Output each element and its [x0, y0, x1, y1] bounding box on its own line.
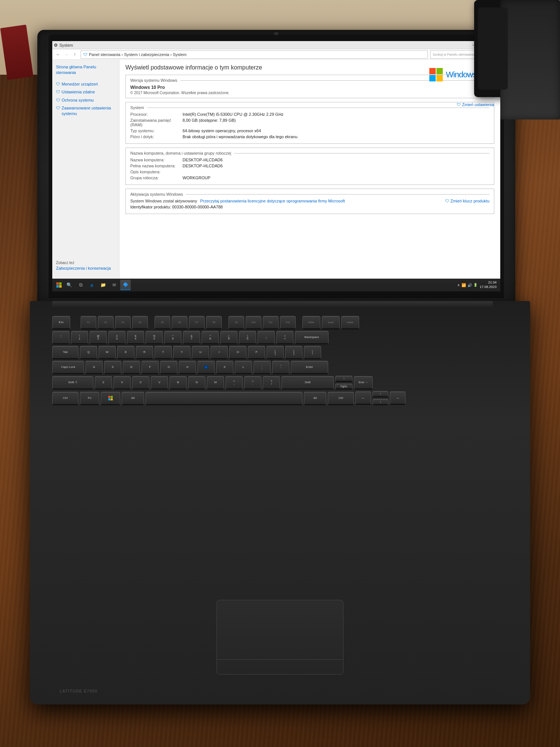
key-f5[interactable]: F5	[155, 316, 170, 329]
key-ctrl-right[interactable]: Ctrl	[328, 392, 354, 405]
sidebar-security-link[interactable]: Zabezpieczenia i konserwacja	[56, 266, 111, 271]
key-alt-left[interactable]: Alt	[122, 392, 144, 405]
key-comma[interactable]: < ,	[225, 376, 243, 390]
key-equals[interactable]: + =	[276, 331, 293, 344]
change-settings-link[interactable]: 🛡 Zmień ustawienia	[457, 102, 494, 107]
start-button[interactable]	[54, 280, 64, 290]
key-enter[interactable]: Enter	[291, 361, 328, 374]
trackpoint[interactable]	[204, 365, 208, 369]
sidebar-item-device-manager[interactable]: 🛡 Menedżer urządzeń	[52, 80, 119, 88]
key-tilde[interactable]: ~ `	[52, 331, 69, 344]
key-0[interactable]: ) 0	[239, 331, 256, 344]
key-i[interactable]: I	[211, 346, 228, 359]
key-x[interactable]: X	[113, 376, 131, 390]
taskbar-app-explorer[interactable]: 📁	[98, 280, 108, 290]
key-backspace[interactable]: Backspace	[295, 331, 329, 344]
key-backslash[interactable]: | \	[304, 346, 321, 359]
up-button[interactable]: ↑	[71, 51, 78, 58]
key-t[interactable]: T	[155, 346, 172, 359]
key-f11[interactable]: F11	[263, 316, 279, 329]
key-f10[interactable]: F10	[246, 316, 261, 329]
key-f2[interactable]: F2	[98, 316, 113, 329]
key-f8[interactable]: F8	[206, 316, 222, 329]
key-e[interactable]: E	[117, 346, 134, 359]
network-icon[interactable]: 📶	[461, 283, 466, 287]
key-shift-right[interactable]: Shift	[281, 376, 334, 390]
key-f9[interactable]: F9	[228, 316, 244, 329]
key-n[interactable]: N	[188, 376, 205, 390]
key-caps-lock[interactable]: Caps Lock	[52, 361, 84, 374]
key-quote[interactable]: " '	[272, 361, 289, 374]
key-2[interactable]: @ 2	[90, 331, 107, 344]
key-3[interactable]: # 3	[108, 331, 125, 344]
key-period[interactable]: > .	[244, 376, 261, 390]
key-1[interactable]: ! 1	[71, 331, 88, 344]
key-d[interactable]: D	[123, 361, 140, 374]
change-key-link[interactable]: 🛡 Zmień klucz produktu	[445, 199, 489, 203]
key-j[interactable]: J	[197, 361, 215, 374]
taskbar-app-edge[interactable]: e	[87, 280, 97, 290]
key-l[interactable]: L	[235, 361, 252, 374]
key-f1[interactable]: F1	[81, 316, 96, 329]
key-slash[interactable]: ? /	[263, 376, 280, 390]
key-b[interactable]: B	[169, 376, 187, 390]
key-end[interactable]: End →	[354, 376, 373, 390]
key-f[interactable]: F	[141, 361, 159, 374]
key-prtscr[interactable]: PrtScr	[302, 316, 320, 329]
key-5[interactable]: % 5	[146, 331, 163, 344]
license-link[interactable]: Przeczytaj postanowienia licencyjne doty…	[200, 199, 345, 203]
key-m[interactable]: M	[207, 376, 224, 390]
taskbar-app-controlpanel[interactable]: 🔷	[120, 280, 131, 290]
key-delete[interactable]: Delete	[341, 316, 359, 329]
trackpad-right-button[interactable]	[280, 659, 343, 674]
trackpad[interactable]	[217, 600, 343, 675]
key-p[interactable]: P	[248, 346, 265, 359]
key-insert[interactable]: Insert	[322, 316, 340, 329]
key-space[interactable]	[146, 392, 302, 405]
key-h[interactable]: H	[179, 361, 196, 374]
key-a[interactable]: A	[85, 361, 103, 374]
taskbar-app-task-view[interactable]: ⧉	[75, 280, 86, 290]
chevron-up-icon[interactable]: ∧	[457, 283, 460, 287]
key-arrow-left[interactable]: ←	[355, 391, 371, 405]
key-lbracket[interactable]: { [	[267, 346, 284, 359]
key-f4[interactable]: F4	[132, 316, 148, 329]
key-8[interactable]: * 8	[202, 331, 219, 344]
key-arrow-right[interactable]: →	[390, 391, 405, 405]
key-rbracket[interactable]: } ]	[285, 346, 302, 359]
key-shift-left[interactable]: Shift ⇧	[52, 376, 93, 390]
key-k[interactable]: K	[216, 361, 233, 374]
key-c[interactable]: C	[132, 376, 149, 390]
key-f3[interactable]: F3	[115, 316, 131, 329]
forward-button[interactable]: →	[63, 51, 70, 58]
sidebar-item-system-protection[interactable]: 🛡 Ochrona systemu	[52, 96, 119, 104]
key-g[interactable]: G	[160, 361, 177, 374]
taskbar-app-mail[interactable]: ✉	[109, 280, 119, 290]
taskbar-clock[interactable]: 21:34 17.08.2023	[480, 280, 497, 289]
key-v[interactable]: V	[151, 376, 168, 390]
key-f7[interactable]: F7	[189, 316, 205, 329]
key-6[interactable]: ^ 6	[164, 331, 181, 344]
key-windows[interactable]	[101, 392, 120, 405]
back-button[interactable]: ←	[55, 51, 62, 58]
key-z[interactable]: Z	[95, 376, 112, 390]
key-minus[interactable]: _ -	[258, 331, 275, 344]
key-arrow-up2[interactable]: ↑	[373, 391, 388, 397]
key-esc[interactable]: Esc	[52, 316, 70, 329]
key-semicolon[interactable]: : ;	[253, 361, 271, 374]
volume-icon[interactable]: 🔊	[467, 283, 472, 287]
key-r[interactable]: R	[136, 346, 153, 359]
trackpad-left-button[interactable]	[217, 659, 280, 674]
key-alt-right[interactable]: Alt	[304, 392, 326, 405]
key-arrow-down[interactable]: ↓	[373, 399, 388, 405]
key-fn[interactable]: Fn	[80, 392, 99, 405]
key-q[interactable]: Q	[80, 346, 97, 359]
key-ctrl-left[interactable]: Ctrl	[52, 392, 78, 405]
battery-icon[interactable]: 🔋	[473, 283, 477, 287]
key-4[interactable]: $ 4	[127, 331, 144, 344]
key-f12[interactable]: F12	[280, 316, 296, 329]
key-s[interactable]: S	[104, 361, 121, 374]
key-9[interactable]: ( 9	[220, 331, 237, 344]
key-tab[interactable]: Tab	[52, 346, 78, 359]
sidebar-item-advanced-settings[interactable]: 🛡 Zaawansowane ustawienia systemu	[52, 104, 119, 118]
